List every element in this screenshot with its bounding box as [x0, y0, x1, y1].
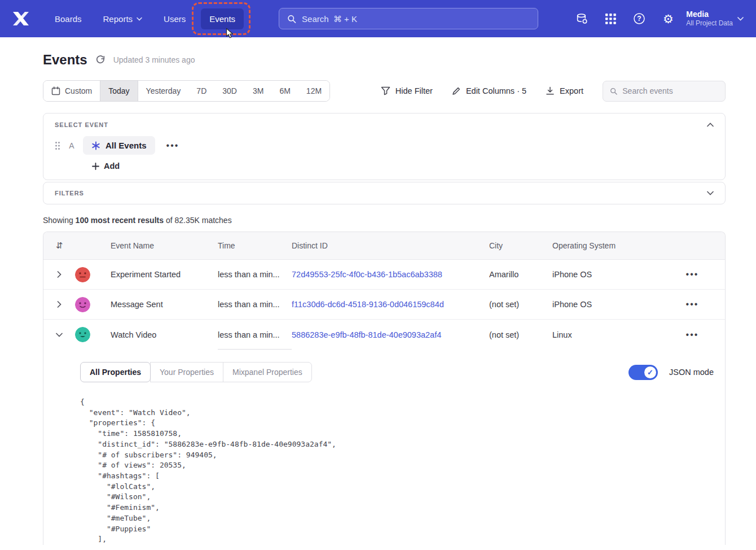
- event-json-code: { "event": "Watch Video", "properties": …: [80, 397, 714, 545]
- column-header-event-name[interactable]: Event Name: [111, 241, 218, 250]
- tab-your-properties[interactable]: Your Properties: [150, 362, 223, 382]
- search-events-input[interactable]: [622, 86, 718, 95]
- data-management-icon[interactable]: [575, 12, 588, 25]
- global-search[interactable]: [279, 8, 538, 29]
- time-cell: less than a min...: [218, 300, 292, 309]
- refresh-icon[interactable]: [95, 55, 106, 65]
- event-selector-chip[interactable]: All Events: [83, 136, 155, 155]
- row-more-options-icon[interactable]: •••: [683, 297, 702, 312]
- events-table: ⇵ Event Name Time Distinct ID City Opera…: [43, 232, 726, 545]
- row-more-options-icon[interactable]: •••: [683, 328, 702, 342]
- expand-row-chevron-right-icon[interactable]: [43, 301, 75, 308]
- collapse-row-chevron-down-icon[interactable]: [43, 333, 75, 337]
- range-button-7d[interactable]: 7D: [188, 81, 214, 101]
- drag-handle-icon[interactable]: [55, 141, 60, 150]
- primary-nav: Boards Reports Users Events: [46, 8, 246, 29]
- os-cell: Linux: [552, 330, 660, 339]
- svg-text:?: ?: [638, 15, 641, 23]
- settings-gear-icon[interactable]: ⚙: [661, 12, 675, 25]
- project-selector[interactable]: Media All Project Data: [686, 9, 744, 28]
- top-navbar: Boards Reports Users Events: [0, 0, 756, 37]
- apps-grid-icon[interactable]: [604, 12, 617, 25]
- page-title: Events: [43, 52, 87, 68]
- table-row: Experiment Started less than a min... 72…: [43, 260, 725, 290]
- os-cell: iPhone OS: [552, 270, 660, 279]
- plus-icon: [92, 163, 99, 170]
- edit-columns-button[interactable]: Edit Columns · 5: [452, 86, 526, 95]
- column-header-distinct-id[interactable]: Distinct ID: [292, 241, 489, 250]
- table-row: Message Sent less than a min... f11c30d6…: [43, 290, 725, 320]
- avatar: [75, 327, 90, 342]
- row-more-options-icon[interactable]: •••: [683, 267, 702, 282]
- expand-filters-chevron-down-icon[interactable]: [707, 191, 714, 195]
- search-icon: [287, 14, 296, 24]
- toolbar: Custom Today Yesterday 7D 30D 3M 6M 12M …: [43, 80, 726, 102]
- avatar: [75, 297, 90, 312]
- column-header-time[interactable]: Time: [218, 241, 292, 250]
- collapse-panel-chevron-up-icon[interactable]: [707, 123, 714, 127]
- date-range-group: Custom Today Yesterday 7D 30D 3M 6M 12M: [43, 80, 330, 102]
- time-cell: less than a min...: [218, 320, 292, 350]
- hide-filter-button[interactable]: Hide Filter: [381, 86, 433, 95]
- filters-label: FILTERS: [55, 190, 84, 197]
- event-row-letter: A: [68, 141, 75, 150]
- project-name: Media: [686, 9, 733, 19]
- chevron-down-icon: [737, 16, 744, 21]
- range-button-12m[interactable]: 12M: [298, 81, 329, 101]
- filters-panel: FILTERS: [43, 182, 726, 204]
- range-button-6m[interactable]: 6M: [271, 81, 298, 101]
- table-row-expanded: Watch Video less than a min... 5886283e-…: [43, 320, 725, 350]
- calendar-icon: [51, 86, 60, 95]
- select-event-panel: SELECT EVENT A All Event: [43, 113, 726, 180]
- global-search-input[interactable]: [302, 14, 530, 24]
- city-cell: (not set): [489, 330, 552, 339]
- json-mode-label: JSON mode: [669, 368, 714, 377]
- range-button-30d[interactable]: 30D: [214, 81, 245, 101]
- search-icon: [610, 87, 617, 95]
- toggle-knob-check-icon: ✓: [644, 366, 656, 378]
- all-events-sparkle-icon: [91, 141, 100, 150]
- nav-item-reports[interactable]: Reports: [95, 8, 151, 29]
- sort-arrows-icon[interactable]: ⇵: [43, 241, 75, 251]
- results-summary: Showing 100 most recent results of 82.35…: [43, 216, 726, 225]
- export-button[interactable]: Export: [546, 86, 583, 95]
- distinct-id-link[interactable]: 5886283e-e9fb-48fb-81de-40e9093a2af4: [292, 330, 489, 339]
- range-button-3m[interactable]: 3M: [245, 81, 271, 101]
- chevron-down-icon: [137, 17, 142, 21]
- column-header-operating-system[interactable]: Operating System: [552, 241, 660, 250]
- city-cell: (not set): [489, 300, 552, 309]
- events-page: Events Updated 3 minutes ago Custom Toda…: [0, 37, 756, 545]
- expand-row-chevron-right-icon[interactable]: [43, 271, 75, 278]
- distinct-id-link[interactable]: f11c30d6-dc6d-4518-9136-0d046159c84d: [292, 300, 489, 309]
- nav-item-boards[interactable]: Boards: [46, 8, 90, 29]
- json-mode-toggle[interactable]: ✓: [628, 365, 658, 380]
- properties-tabs: All Properties Your Properties Mixpanel …: [80, 362, 312, 382]
- navbar-icon-group: ? ⚙: [575, 12, 675, 25]
- tab-mixpanel-properties[interactable]: Mixpanel Properties: [223, 362, 312, 382]
- mixpanel-logo-icon[interactable]: [11, 11, 30, 27]
- nav-item-events-wrapper: Events: [201, 8, 244, 29]
- distinct-id-link[interactable]: 72d49553-25fc-4f0c-b436-1b5ac6ab3388: [292, 270, 489, 279]
- column-header-city[interactable]: City: [489, 241, 552, 250]
- event-name-cell[interactable]: Message Sent: [111, 300, 218, 309]
- filter-icon: [381, 86, 390, 95]
- event-name-cell[interactable]: Watch Video: [111, 330, 218, 339]
- custom-range-button[interactable]: Custom: [43, 81, 100, 101]
- event-name-cell[interactable]: Experiment Started: [111, 270, 218, 279]
- search-events-field[interactable]: [603, 81, 726, 102]
- time-cell: less than a min...: [218, 270, 292, 279]
- download-icon: [546, 86, 555, 95]
- avatar: [75, 267, 90, 282]
- pencil-icon: [452, 86, 461, 95]
- event-more-options-icon[interactable]: •••: [163, 138, 183, 153]
- range-button-today[interactable]: Today: [100, 81, 138, 101]
- help-icon[interactable]: ?: [632, 12, 646, 25]
- project-subtitle: All Project Data: [686, 19, 733, 28]
- nav-item-events[interactable]: Events: [201, 8, 244, 29]
- nav-item-users[interactable]: Users: [155, 8, 194, 29]
- table-header-row: ⇵ Event Name Time Distinct ID City Opera…: [43, 232, 725, 260]
- range-button-yesterday[interactable]: Yesterday: [138, 81, 189, 101]
- add-event-button[interactable]: Add: [92, 161, 120, 171]
- tab-all-properties[interactable]: All Properties: [80, 362, 151, 382]
- city-cell: Amarillo: [489, 270, 552, 279]
